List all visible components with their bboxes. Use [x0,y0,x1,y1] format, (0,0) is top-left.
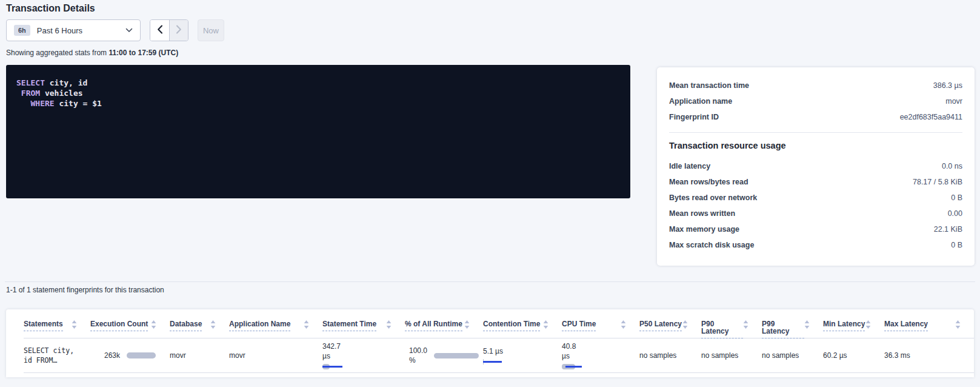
column-header--of-all-runtime[interactable]: % of All Runtime [405,309,483,338]
summary-row: Idle latency0.0 ns [669,158,962,174]
cpu-time-value: 40.8 [562,342,639,351]
contention-time-bar [483,359,504,365]
summary-label: Mean rows/bytes read [669,178,748,186]
column-header-statement-time[interactable]: Statement Time [322,309,405,338]
p99-latency-value: no samples [762,351,823,360]
column-header-label: Contention Time [483,320,540,331]
column-header-min-latency[interactable]: Min Latency [823,309,884,338]
column-header-application-name[interactable]: Application Name [229,309,322,338]
sort-icon[interactable] [682,320,688,329]
chevron-right-icon [176,25,182,36]
min-latency-value: 60.2 µs [823,351,884,360]
summary-value: 0.0 ns [942,162,962,170]
execution-count-bar [127,352,156,358]
sort-icon[interactable] [210,320,216,329]
summary-label: Bytes read over network [669,194,757,202]
cell-runtime-pct: 100.0 % [405,338,483,372]
summary-row: Fingerprint IDee2df683f5aa9411 [669,109,962,125]
cell-cpu-time: 40.8 µs [562,338,639,372]
column-header-label: P99 Latency [762,320,804,338]
panel-divider [669,132,962,133]
cell-p50-latency: no samples [639,338,701,372]
summary-top-rows: Mean transaction time386.3 µsApplication… [669,78,962,125]
column-header-max-latency[interactable]: Max Latency [884,309,974,338]
column-header-label: CPU Time [562,320,596,331]
resource-usage-heading: Transaction resource usage [669,141,962,150]
runtime-pct-value: 100.0 [409,346,427,355]
column-header-contention-time[interactable]: Contention Time [483,309,562,338]
sort-icon[interactable] [543,320,548,329]
summary-label: Idle latency [669,162,710,170]
statement-time-bar [322,364,343,369]
sort-icon[interactable] [865,320,871,329]
statement-time-unit: µs [322,351,405,361]
runtime-pct-unit: % [409,355,427,365]
p90-latency-value: no samples [701,351,762,360]
column-header-label: Max Latency [884,320,928,331]
prev-time-button[interactable] [150,20,169,41]
column-header-p50-latency[interactable]: P50 Latency [639,309,701,338]
column-header-label: % of All Runtime [405,320,462,331]
summary-row: Mean rows written0.00 [669,206,962,221]
sort-icon[interactable] [151,320,156,329]
resource-rows: Idle latency0.0 nsMean rows/bytes read78… [669,158,962,253]
column-header-execution-count[interactable]: Execution Count [90,309,170,338]
now-button[interactable]: Now [198,19,224,41]
cpu-time-unit: µs [562,351,639,361]
column-header-statements[interactable]: Statements [24,309,90,338]
summary-row: Bytes read over network0 B [669,190,962,206]
time-range-dropdown[interactable]: 6h Past 6 Hours [6,19,141,41]
sort-icon[interactable] [804,320,810,329]
column-header-database[interactable]: Database [170,309,229,338]
summary-value: ee2df683f5aa9411 [900,113,962,121]
column-header-label: Database [170,320,202,331]
sort-icon[interactable] [621,320,626,329]
sort-icon[interactable] [955,320,961,329]
aggregation-caption: Showing aggregated stats from 11:00 to 1… [6,49,178,57]
summary-value: 386.3 µs [933,81,962,90]
summary-label: Mean transaction time [669,81,749,90]
summary-value: 0 B [951,194,962,202]
column-header-label: Statement Time [322,320,376,331]
summary-row: Application namemovr [669,93,962,109]
summary-row: Max memory usage22.1 KiB [669,221,962,237]
cell-min-latency: 60.2 µs [823,338,884,372]
sort-icon[interactable] [386,320,392,329]
summary-row: Mean rows/bytes read78.17 / 5.8 KiB [669,174,962,190]
contention-time-value: 5.1 µs [483,346,562,356]
summary-value: 78.17 / 5.8 KiB [913,178,962,186]
summary-value: 0 B [951,241,962,249]
cell-statement-time: 342.7 µs [322,338,405,372]
application-name-value: movr [229,351,322,360]
statement-link-line1[interactable]: SELECT city, [24,346,90,355]
database-value: movr [170,351,229,360]
summary-row: Mean transaction time386.3 µs [669,78,962,93]
next-time-button[interactable] [169,20,188,41]
sort-icon[interactable] [743,320,748,329]
section-divider [5,281,975,282]
chevron-left-icon [157,25,163,36]
column-header-p90-latency[interactable]: P90 Latency [701,309,762,338]
column-header-cpu-time[interactable]: CPU Time [562,309,639,338]
cell-execution-count: 263k [90,338,170,372]
cell-statement[interactable]: SELECT city, id FROM… [24,338,90,372]
statements-table: StatementsExecution CountDatabaseApplica… [6,309,974,377]
column-header-p99-latency[interactable]: P99 Latency [762,309,823,338]
column-header-label: P90 Latency [701,320,743,338]
cell-max-latency: 36.3 ms [884,338,974,372]
time-pager [150,19,188,41]
table-header-row: StatementsExecution CountDatabaseApplica… [24,309,974,338]
time-range-label: Past 6 Hours [37,26,82,35]
summary-row: Max scratch disk usage0 B [669,237,962,253]
sort-icon[interactable] [464,320,470,329]
chevron-down-icon [125,28,133,33]
statement-link-line2[interactable]: id FROM… [24,355,90,365]
sort-icon[interactable] [72,320,77,329]
table-row: SELECT city, id FROM… 263k movr movr 342… [24,338,974,373]
cpu-time-bar [562,364,582,369]
runtime-pct-bar [434,353,479,358]
summary-label: Mean rows written [669,209,735,218]
summary-value: 0.00 [948,209,962,218]
cell-contention-time: 5.1 µs [483,338,562,372]
sort-icon[interactable] [304,320,309,329]
